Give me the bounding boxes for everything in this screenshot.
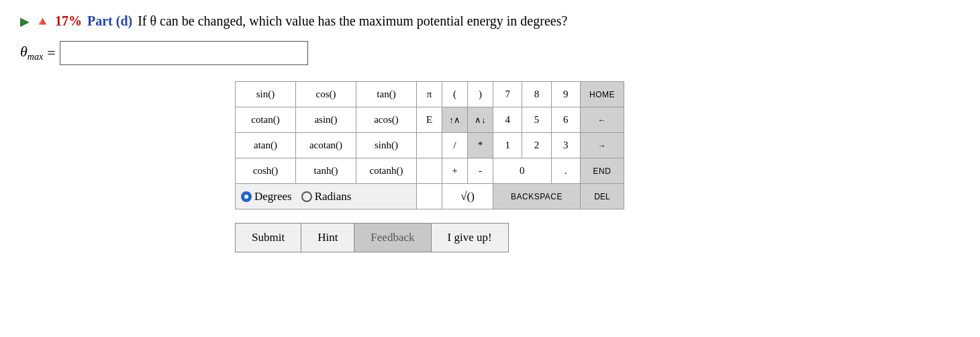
feedback-button[interactable]: Feedback	[354, 223, 430, 252]
sqrt-button[interactable]: √()	[442, 184, 493, 209]
home-button[interactable]: HOME	[581, 82, 624, 107]
divide-button[interactable]: /	[442, 133, 468, 158]
three-button[interactable]: 3	[551, 133, 580, 158]
play-icon[interactable]: ▶	[20, 14, 30, 29]
plus-button[interactable]: +	[442, 158, 468, 184]
giveup-button[interactable]: I give up!	[431, 223, 509, 252]
pi-button[interactable]: π	[417, 82, 442, 107]
hint-button[interactable]: Hint	[301, 223, 354, 252]
radians-radio-circle	[301, 191, 312, 202]
warning-icon: 🔺	[35, 14, 50, 29]
degrees-radio-circle	[241, 191, 252, 202]
theta-sub: max	[28, 52, 43, 62]
action-buttons: Submit Hint Feedback I give up!	[235, 223, 960, 252]
cotanh-button[interactable]: cotanh()	[356, 158, 417, 184]
keypad: sin() cos() tan() π ( ) 7 8 9 HOME cotan…	[235, 81, 624, 209]
equals-sign: =	[47, 44, 55, 62]
minus-button[interactable]: -	[468, 158, 493, 184]
atan-button[interactable]: atan()	[236, 133, 296, 158]
eight-button[interactable]: 8	[522, 82, 551, 107]
six-button[interactable]: 6	[551, 107, 580, 133]
asin-button[interactable]: asin()	[296, 107, 356, 133]
seven-button[interactable]: 7	[493, 82, 522, 107]
part-question: If θ can be changed, which value has the…	[138, 13, 567, 29]
submit-button[interactable]: Submit	[235, 223, 301, 252]
empty-cell-2	[417, 158, 442, 184]
sin-button[interactable]: sin()	[236, 82, 296, 107]
radians-radio[interactable]: Radians	[301, 190, 352, 203]
cosh-button[interactable]: cosh()	[236, 158, 296, 184]
empty-cell-3	[417, 184, 442, 209]
cotan-button[interactable]: cotan()	[236, 107, 296, 133]
answer-input[interactable]	[60, 41, 308, 65]
e-button[interactable]: E	[417, 107, 442, 133]
up-exp-button[interactable]: ↑∧	[442, 107, 468, 133]
del-button[interactable]: DEL	[581, 184, 624, 209]
empty-cell-1	[417, 133, 442, 158]
zero-button[interactable]: 0	[493, 158, 552, 184]
cos-button[interactable]: cos()	[296, 82, 356, 107]
five-button[interactable]: 5	[522, 107, 551, 133]
left-arrow-button[interactable]: ←	[581, 107, 624, 133]
down-exp-button[interactable]: ∧↓	[468, 107, 493, 133]
acos-button[interactable]: acos()	[356, 107, 417, 133]
multiply-button[interactable]: *	[468, 133, 493, 158]
end-button[interactable]: END	[581, 158, 624, 184]
percent-badge: 17%	[55, 13, 82, 29]
radians-label: Radians	[315, 190, 352, 203]
nine-button[interactable]: 9	[551, 82, 580, 107]
tan-button[interactable]: tan()	[356, 82, 417, 107]
degrees-radio[interactable]: Degrees	[241, 190, 292, 203]
right-arrow-button[interactable]: →	[581, 133, 624, 158]
one-button[interactable]: 1	[493, 133, 522, 158]
two-button[interactable]: 2	[522, 133, 551, 158]
theta-label: θmax	[20, 43, 43, 62]
four-button[interactable]: 4	[493, 107, 522, 133]
acotan-button[interactable]: acotan()	[296, 133, 356, 158]
tanh-button[interactable]: tanh()	[296, 158, 356, 184]
part-label: Part (d)	[87, 13, 132, 29]
sinh-button[interactable]: sinh()	[356, 133, 417, 158]
decimal-button[interactable]: .	[551, 158, 580, 184]
open-paren-button[interactable]: (	[442, 82, 468, 107]
degrees-label: Degrees	[254, 190, 292, 203]
backspace-button[interactable]: BACKSPACE	[493, 184, 581, 209]
close-paren-button[interactable]: )	[468, 82, 493, 107]
